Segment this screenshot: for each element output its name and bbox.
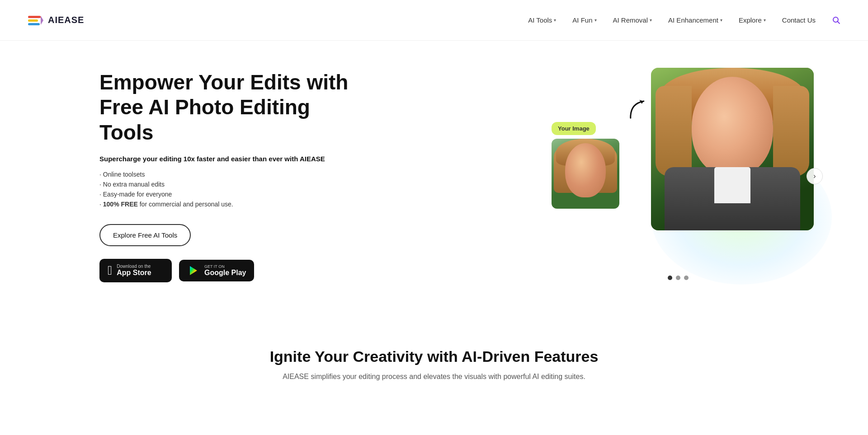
search-icon xyxy=(832,16,841,25)
nav-item-ai-fun[interactable]: AI Fun ▾ xyxy=(572,16,596,24)
input-portrait-image xyxy=(552,139,619,209)
svg-marker-6 xyxy=(190,266,197,275)
svg-marker-3 xyxy=(41,16,43,25)
feature-item: · Online toolsets xyxy=(99,171,353,178)
your-image-label: Your Image xyxy=(552,122,596,135)
svg-rect-1 xyxy=(28,19,38,22)
hero-subtitle: Supercharge your editing 10x faster and … xyxy=(99,155,353,163)
chevron-down-icon: ▾ xyxy=(594,18,597,23)
input-face xyxy=(565,143,606,197)
main-portrait-image xyxy=(651,68,814,230)
carousel-dots xyxy=(668,276,689,280)
nav-item-ai-removal[interactable]: AI Removal ▾ xyxy=(613,16,652,24)
features-title: Ignite Your Creativity with AI-Driven Fe… xyxy=(54,348,814,365)
face xyxy=(692,77,773,176)
nav-item-contact[interactable]: Contact Us xyxy=(782,16,816,24)
hair-left xyxy=(656,86,692,176)
hero-image-showcase: Your Image › xyxy=(542,68,814,285)
google-play-icon xyxy=(187,264,200,277)
clothing xyxy=(665,167,800,230)
app-store-label-bottom: App Store xyxy=(117,269,151,277)
app-store-button[interactable]:  Download on the App Store xyxy=(99,259,172,282)
apple-icon:  xyxy=(108,263,112,278)
chevron-down-icon: ▾ xyxy=(554,18,556,23)
features-subtitle: AIEASE simplifies your editing process a… xyxy=(276,373,592,381)
carousel-dot-1[interactable] xyxy=(668,276,672,280)
explore-free-tools-button[interactable]: Explore Free AI Tools xyxy=(99,224,191,246)
input-photo-wrapper: Your Image xyxy=(552,122,619,209)
chevron-down-icon: ▾ xyxy=(764,18,766,23)
svg-rect-0 xyxy=(28,16,41,18)
hair-right xyxy=(773,86,809,176)
header: AIEASE AI Tools ▾ AI Fun ▾ AI Removal ▾ … xyxy=(0,0,868,41)
svg-rect-2 xyxy=(28,23,40,25)
search-button[interactable] xyxy=(832,16,841,25)
feature-item: · No extra manual edits xyxy=(99,181,353,188)
shirt xyxy=(714,167,750,203)
google-play-label-bottom: Google Play xyxy=(204,269,246,277)
carousel-next-button[interactable]: › xyxy=(807,168,823,184)
app-buttons:  Download on the App Store xyxy=(99,259,353,282)
main-nav: AI Tools ▾ AI Fun ▾ AI Removal ▾ AI Enha… xyxy=(528,16,841,25)
nav-item-explore[interactable]: Explore ▾ xyxy=(739,16,766,24)
google-play-button[interactable]: GET IT ON Google Play xyxy=(179,260,254,281)
carousel-dot-2[interactable] xyxy=(676,276,680,280)
nav-item-ai-tools[interactable]: AI Tools ▾ xyxy=(528,16,556,24)
features-section: Ignite Your Creativity with AI-Driven Fe… xyxy=(0,312,868,399)
transform-arrow-icon xyxy=(619,91,656,130)
hero-title: Empower Your Edits with Free AI Photo Ed… xyxy=(99,70,353,145)
chevron-down-icon: ▾ xyxy=(720,18,722,23)
svg-line-5 xyxy=(838,21,840,23)
google-play-label-top: GET IT ON xyxy=(204,264,246,269)
hero-content: Empower Your Edits with Free AI Photo Ed… xyxy=(99,70,353,282)
app-store-label-top: Download on the xyxy=(117,264,151,269)
feature-item: · 100% FREE for commercial and personal … xyxy=(99,201,353,208)
logo-text: AIEASE xyxy=(48,15,84,25)
hero-section: Empower Your Edits with Free AI Photo Ed… xyxy=(0,41,868,312)
hero-features-list: · Online toolsets · No extra manual edit… xyxy=(99,171,353,208)
carousel-dot-3[interactable] xyxy=(684,276,689,280)
nav-item-ai-enhancement[interactable]: AI Enhancement ▾ xyxy=(668,16,722,24)
logo-icon xyxy=(27,12,43,28)
chevron-down-icon: ▾ xyxy=(650,18,652,23)
feature-item: · Easy-made for everyone xyxy=(99,191,353,198)
logo[interactable]: AIEASE xyxy=(27,12,84,28)
